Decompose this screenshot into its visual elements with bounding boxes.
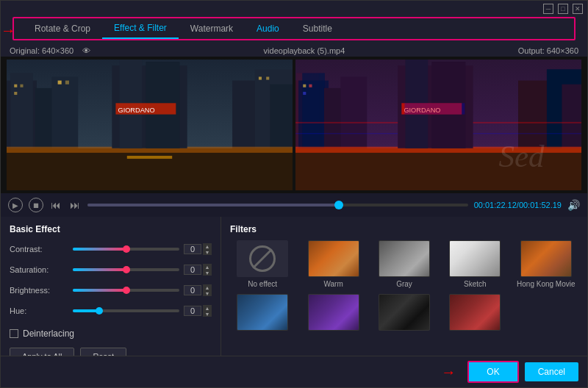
filter-thumb-no-effect (237, 240, 288, 277)
hue-slider[interactable] (73, 309, 179, 312)
minimize-button[interactable]: ─ (543, 4, 553, 14)
filter-label-hk: Hong Kong Movie (517, 280, 576, 288)
filter-hk-bg (521, 241, 571, 276)
current-time: 00:01:22.12 (474, 201, 517, 209)
saturation-spinner: ▲ ▼ (203, 264, 212, 276)
seek-thumb (334, 201, 343, 209)
svg-text:GIORDANO: GIORDANO (118, 107, 155, 114)
hue-down[interactable]: ▼ (203, 311, 212, 317)
filter-label-no-effect: No effect (248, 280, 277, 288)
svg-rect-16 (259, 76, 262, 79)
hue-thumb (96, 307, 103, 315)
filter-thumb-r2-4 (449, 294, 501, 331)
bottom-bar: → OK Cancel (1, 356, 587, 387)
hue-row: Hue: 0 ▲ ▼ (10, 305, 212, 317)
contrast-slider[interactable] (73, 248, 179, 251)
total-time: 00:01:52.19 (519, 201, 562, 209)
contrast-label: Contrast: (10, 245, 68, 254)
svg-rect-14 (58, 81, 62, 85)
filter-label-sketch: Sketch (464, 280, 487, 288)
filter-label-gray: Gray (396, 280, 412, 288)
brightness-slider[interactable] (73, 289, 179, 292)
main-window: ─ □ ✕ → Rotate & Crop Effect & Filter Wa… (0, 0, 588, 388)
svg-text:Sed: Sed (498, 139, 545, 173)
tab-subtitle[interactable]: Subtitle (291, 19, 344, 38)
brightness-row: Brightness: 0 ▲ ▼ (10, 284, 212, 296)
prev-frame-button[interactable]: ⏮ (49, 198, 62, 212)
right-panel: Filters No effect Warm (221, 217, 587, 356)
tab-rotate[interactable]: Rotate & Crop (23, 19, 102, 38)
seek-progress (87, 204, 339, 206)
close-button[interactable]: ✕ (573, 4, 583, 14)
play-button[interactable]: ▶ (8, 198, 23, 212)
saturation-down[interactable]: ▼ (203, 270, 212, 276)
eye-icon[interactable]: 👁 (82, 46, 90, 55)
preview-area: GIORDANO (1, 57, 587, 193)
apply-all-button[interactable]: Apply to All (10, 348, 74, 356)
output-video-svg: GIORDANO Sed (295, 60, 581, 190)
svg-rect-15 (65, 81, 69, 85)
svg-rect-13 (14, 92, 17, 95)
svg-rect-39 (303, 92, 306, 95)
time-display: 00:01:22.12/00:01:52.19 (474, 201, 562, 209)
filter-thumb-r2-2 (308, 294, 359, 331)
filter-item-r2-4[interactable] (442, 294, 507, 334)
hue-up[interactable]: ▲ (203, 305, 212, 311)
filter-item-r2-3[interactable] (372, 294, 437, 334)
svg-rect-38 (309, 85, 312, 87)
tab-effect-filter[interactable]: Effect & Filter (102, 18, 179, 39)
main-content: Basic Effect Contrast: 0 ▲ ▼ Saturation: (1, 217, 587, 356)
seek-bar[interactable] (87, 204, 468, 206)
filter-item-no-effect[interactable]: No effect (230, 240, 295, 288)
action-row: Apply to All Reset (10, 348, 212, 356)
brightness-down[interactable]: ▼ (203, 290, 212, 296)
contrast-thumb (123, 245, 130, 253)
playback-bar: ▶ ⏹ ⏮ ⏭ 00:01:22.12/00:01:52.19 🔊 (1, 193, 587, 217)
tab-audio[interactable]: Audio (245, 19, 291, 38)
saturation-value: 0 (184, 265, 201, 275)
filter-item-sketch[interactable]: Sketch (442, 240, 507, 288)
maximize-button[interactable]: □ (558, 4, 568, 14)
filter-item-warm[interactable]: Warm (301, 240, 365, 288)
stop-button[interactable]: ⏹ (29, 198, 43, 212)
contrast-spinner: ▲ ▼ (203, 243, 212, 255)
ok-button[interactable]: OK (467, 361, 518, 383)
info-bar: Original: 640×360 👁 videoplayback (5).mp… (1, 45, 587, 57)
filename-label: videoplayback (5).mp4 (264, 46, 345, 55)
hue-spinner: ▲ ▼ (203, 305, 212, 317)
filter-item-r2-2[interactable] (301, 294, 365, 334)
filter-item-r2-1[interactable] (230, 294, 295, 334)
filter-item-gray[interactable]: Gray (372, 240, 437, 288)
contrast-fill (73, 248, 126, 251)
filter-item-hk[interactable]: Hong Kong Movie (514, 240, 578, 288)
hue-value: 0 (184, 306, 201, 316)
cancel-button[interactable]: Cancel (525, 362, 578, 381)
contrast-down[interactable]: ▼ (203, 249, 212, 255)
brightness-thumb (123, 287, 130, 294)
tab-watermark[interactable]: Watermark (179, 19, 245, 38)
saturation-row: Saturation: 0 ▲ ▼ (10, 264, 212, 276)
filter-r2-3-bg (379, 295, 429, 330)
saturation-up[interactable]: ▲ (203, 264, 212, 270)
deinterlacing-checkbox[interactable] (10, 329, 18, 338)
saturation-slider[interactable] (73, 268, 179, 271)
contrast-up[interactable]: ▲ (203, 243, 212, 249)
filter-r2-4-bg (450, 295, 500, 330)
next-frame-button[interactable]: ⏭ (68, 198, 82, 212)
svg-rect-17 (266, 76, 269, 79)
title-bar: ─ □ ✕ (1, 1, 587, 17)
filter-label-warm: Warm (323, 280, 343, 288)
brightness-up[interactable]: ▲ (203, 284, 212, 290)
saturation-fill (73, 268, 126, 271)
svg-rect-9 (127, 156, 172, 159)
original-video-frame: GIORDANO (7, 60, 293, 190)
deinterlacing-label: Deinterlacing (23, 328, 74, 339)
reset-button[interactable]: Reset (80, 348, 126, 356)
volume-icon[interactable]: 🔊 (567, 199, 580, 211)
no-effect-circle (249, 245, 276, 272)
filter-r2-2-bg (309, 295, 359, 330)
brightness-label: Brightness: (10, 286, 68, 295)
saturation-label: Saturation: (10, 265, 68, 274)
brightness-spinner: ▲ ▼ (203, 284, 212, 296)
svg-rect-12 (20, 85, 23, 87)
